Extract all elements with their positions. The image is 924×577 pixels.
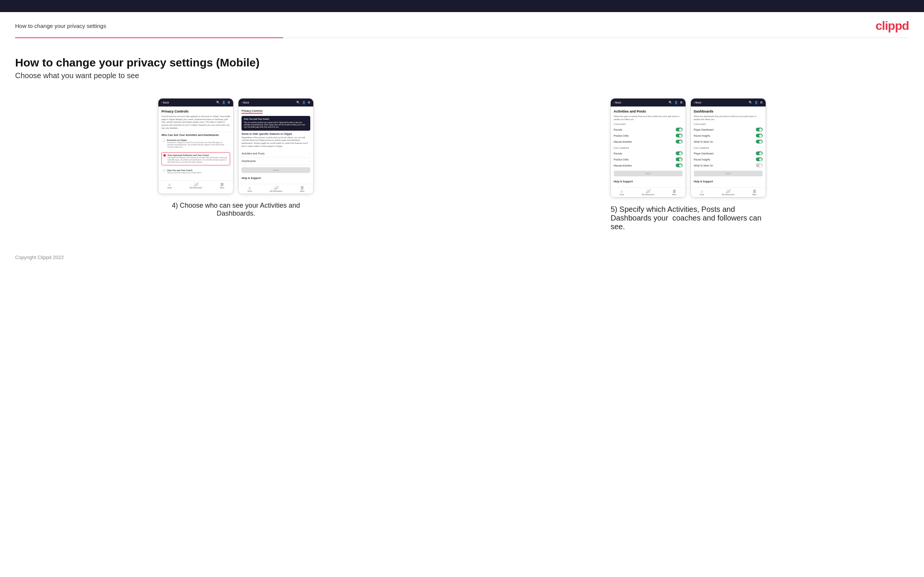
nav-menu-label-2: Menu xyxy=(300,190,304,192)
coaches-what-to-work-toggle[interactable] xyxy=(756,140,762,143)
followers-rounds-toggle[interactable] xyxy=(676,152,683,155)
nav-performance-label: My Performance xyxy=(190,187,202,189)
show-hide-title: Show or hide specific features in Clippd xyxy=(241,132,310,135)
screen-body-3: Activities and Posts Select the types of… xyxy=(611,106,685,187)
menu-icon-2: ☰ xyxy=(300,186,304,190)
dashboards-desc: Select the dashboards that you'd like to… xyxy=(694,115,762,121)
person-icon-2[interactable]: 👤 xyxy=(302,101,306,104)
followers-manual-row: Manual Activities xyxy=(614,162,683,168)
chart-icon: 📈 xyxy=(194,182,199,187)
privacy-controls-desc: Control how you and your data appears to… xyxy=(162,115,230,129)
nav-home-label-4: Home xyxy=(699,194,704,196)
followers-rounds-row: Rounds xyxy=(614,150,683,156)
nav-home-1[interactable]: ⌂ Home xyxy=(167,182,172,189)
coaches-player-dashboard-toggle[interactable] xyxy=(756,127,762,131)
back-button-2[interactable]: ‹ Back xyxy=(241,101,249,104)
nav-menu-label-4: Menu xyxy=(753,194,757,196)
search-icon[interactable]: 🔍 xyxy=(216,101,220,104)
person-icon-3[interactable]: 👤 xyxy=(674,101,678,104)
option-everyone-content: Everyone on Clippd Everyone on Clippd ca… xyxy=(167,139,229,148)
bottom-nav-3: ⌂ Home 📈 My Performance ☰ Menu xyxy=(611,187,685,197)
home-icon: ⌂ xyxy=(168,182,171,187)
settings-icon-4[interactable]: ⚙ xyxy=(760,101,762,104)
screen-privacy-controls-main: ‹ Back 🔍 👤 ⚙ Privacy Controls Control ho… xyxy=(158,98,234,194)
privacy-tab: Privacy Controls xyxy=(241,110,263,114)
followers-what-to-work-toggle[interactable] xyxy=(756,163,762,167)
search-icon-3[interactable]: 🔍 xyxy=(669,101,672,104)
nav-home-2[interactable]: ⌂ Home xyxy=(247,186,252,192)
dashboards-label: Dashboards xyxy=(241,160,256,162)
nav-menu-1[interactable]: ☰ Menu xyxy=(220,182,224,189)
menu-icon-4: ☰ xyxy=(753,189,756,193)
person-icon[interactable]: 👤 xyxy=(222,101,226,104)
followers-manual-toggle[interactable] xyxy=(676,163,683,167)
followers-player-dashboard-toggle[interactable] xyxy=(756,152,762,155)
option-only-you-content: Only You and Your Coach Only you and the… xyxy=(167,169,202,174)
settings-icon-3[interactable]: ⚙ xyxy=(680,101,683,104)
followers-round-insights-toggle[interactable] xyxy=(756,158,762,161)
followers-practice-toggle[interactable] xyxy=(676,158,683,161)
back-button-1[interactable]: ‹ Back xyxy=(162,101,169,104)
settings-icon-2[interactable]: ⚙ xyxy=(308,101,310,104)
settings-icon[interactable]: ⚙ xyxy=(228,101,230,104)
coaches-manual-toggle[interactable] xyxy=(676,140,683,143)
page-subheading: Choose what you want people to see xyxy=(15,71,909,80)
nav-home-4[interactable]: ⌂ Home xyxy=(699,189,704,196)
coaches-practice-label: Practice Drills xyxy=(614,134,629,137)
help-support-4: Help & Support xyxy=(694,179,762,184)
option-only-you[interactable]: Only You and Your Coach Only you and the… xyxy=(162,168,230,176)
nav-performance-2[interactable]: 📈 My Performance xyxy=(270,186,282,192)
search-icon-2[interactable]: 🔍 xyxy=(296,101,300,104)
save-button-4[interactable]: Save xyxy=(694,171,762,176)
option-only-you-label: Only You and Your Coach xyxy=(167,169,202,171)
save-button-3[interactable]: Save xyxy=(614,171,683,176)
menu-dashboards[interactable]: Dashboards › xyxy=(241,158,310,165)
nav-menu-3[interactable]: ☰ Menu xyxy=(672,189,677,196)
nav-menu-label: Menu xyxy=(220,187,224,189)
coaches-manual-label: Manual Activities xyxy=(614,140,632,143)
bottom-nav-2: ⌂ Home 📈 My Performance ☰ Menu xyxy=(239,184,313,194)
search-icon-4[interactable]: 🔍 xyxy=(749,101,753,104)
coaches-rounds-toggle[interactable] xyxy=(676,127,683,131)
followers-round-insights-label: Round Insights xyxy=(694,158,710,161)
chart-icon-4: 📈 xyxy=(726,189,730,193)
followers-round-insights-row: Round Insights xyxy=(694,156,762,162)
coaches-practice-row: Practice Drills xyxy=(614,132,683,139)
coaches-round-insights-toggle[interactable] xyxy=(756,134,762,137)
footer: Copyright Clippd 2022 xyxy=(0,254,924,272)
option-approved[interactable]: Only Approved Followers and Your Coach O… xyxy=(162,152,230,165)
screen-body-4: Dashboards Select the dashboards that yo… xyxy=(691,106,766,187)
activities-posts-label: Activities and Posts xyxy=(241,152,265,155)
nav-performance-4[interactable]: 📈 My Performance xyxy=(722,189,735,196)
privacy-controls-title: Privacy Controls xyxy=(162,110,230,113)
nav-menu-4[interactable]: ☰ Menu xyxy=(753,189,757,196)
nav-menu-2[interactable]: ☰ Menu xyxy=(300,186,304,192)
tooltip-text: Only you and the coaches you connect wit… xyxy=(244,122,308,129)
coaches-player-dashboard-row: Player Dashboard xyxy=(694,126,762,132)
followers-rounds-label: Rounds xyxy=(614,152,622,155)
coaches-label-3: COACHES xyxy=(614,123,683,126)
header: How to change your privacy settings clip… xyxy=(0,12,924,37)
menu-activities-posts[interactable]: Activities and Posts › xyxy=(241,150,310,158)
option-everyone-label: Everyone on Clippd xyxy=(167,139,229,141)
nav-home-label-3: Home xyxy=(619,194,624,196)
home-icon-4: ⌂ xyxy=(701,189,703,193)
activities-posts-title: Activities and Posts xyxy=(614,110,683,113)
nav-icons-1: 🔍 👤 ⚙ xyxy=(216,101,230,104)
followers-practice-label: Practice Drills xyxy=(614,158,629,161)
screenshots-row: ‹ Back 🔍 👤 ⚙ Privacy Controls Control ho… xyxy=(15,98,909,231)
screenshot-wrapper-1: ‹ Back 🔍 👤 ⚙ Privacy Controls Control ho… xyxy=(158,98,314,194)
screen-body-2: Privacy Controls Only You and Your Coach… xyxy=(239,106,313,184)
divider xyxy=(162,132,230,132)
save-button-2[interactable]: Save xyxy=(241,167,310,173)
coaches-practice-toggle[interactable] xyxy=(676,134,683,137)
nav-home-3[interactable]: ⌂ Home xyxy=(619,189,624,196)
back-button-3[interactable]: ‹ Back xyxy=(614,101,621,104)
chevron-left-icon-3: ‹ xyxy=(614,101,614,104)
option-everyone[interactable]: Everyone on Clippd Everyone on Clippd ca… xyxy=(162,137,230,150)
chevron-dashboards: › xyxy=(310,160,311,163)
person-icon-4[interactable]: 👤 xyxy=(754,101,758,104)
nav-performance-3[interactable]: 📈 My Performance xyxy=(642,189,654,196)
back-button-4[interactable]: ‹ Back xyxy=(694,101,701,104)
nav-performance-1[interactable]: 📈 My Performance xyxy=(190,182,202,189)
